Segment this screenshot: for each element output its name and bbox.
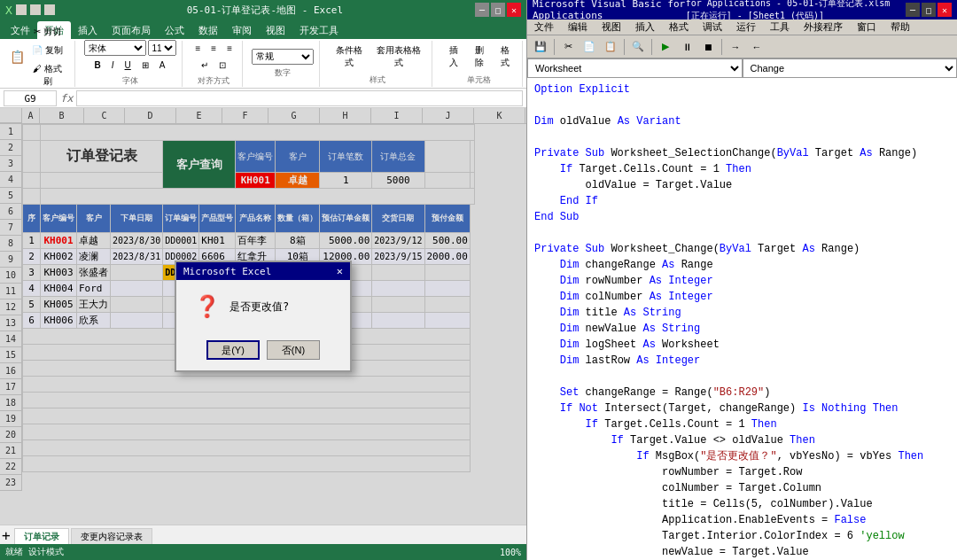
close-button[interactable]: ✕ xyxy=(507,3,521,17)
align-center-button[interactable]: ≡ xyxy=(206,41,221,56)
vba-menu-format[interactable]: 格式 xyxy=(665,20,692,34)
tab-formulas[interactable]: 公式 xyxy=(158,21,191,39)
code-line-24: If MsgBox("是否更改值？", vbYesNo) = vbYes The… xyxy=(534,448,950,464)
quick-access-save[interactable] xyxy=(16,4,27,15)
code-line-13: Dim rowNumber As Integer xyxy=(534,273,950,289)
zoom-level: 100% xyxy=(500,548,521,557)
quick-access-redo[interactable] xyxy=(44,4,55,15)
vba-indent-btn[interactable]: → xyxy=(726,38,745,56)
tab-page-layout[interactable]: 页面布局 xyxy=(105,21,158,39)
ribbon-tabs: 文件 开始 插入 页面布局 公式 数据 审阅 视图 开发工具 xyxy=(0,19,526,39)
font-size-select[interactable]: 11 xyxy=(148,40,176,56)
formula-input[interactable] xyxy=(76,90,523,106)
code-line-28: Application.EnableEvents = False xyxy=(534,512,950,528)
vba-menu-file[interactable]: 文件 xyxy=(531,20,557,34)
italic-button[interactable]: I xyxy=(107,58,119,73)
vba-find-btn[interactable]: 🔍 xyxy=(628,38,648,56)
alignment-label: 对齐方式 xyxy=(198,75,230,87)
code-line-7: oldValue = Target.Value xyxy=(534,177,950,193)
align-right-button[interactable]: ≡ xyxy=(222,41,237,56)
vba-proc-dropdown[interactable]: Change xyxy=(743,58,958,78)
dialog-no-button[interactable]: 否(N) xyxy=(267,340,320,360)
number-format-select[interactable]: 常规 xyxy=(252,49,314,65)
minimize-button[interactable]: ─ xyxy=(475,3,489,17)
vba-toolbar: 💾 ✂ 📄 📋 🔍 ▶ ⏸ ⏹ → ← xyxy=(527,35,957,58)
toolbar-sep-3 xyxy=(651,39,652,55)
dialog-title-text: Microsoft Excel xyxy=(183,266,271,277)
delete-cell-button[interactable]: 删除 xyxy=(467,42,491,72)
toolbar-sep-2 xyxy=(624,39,625,55)
code-line-22: If Target.Cells.Count = 1 Then xyxy=(534,416,950,432)
dialog-yes-button[interactable]: 是(Y) xyxy=(206,340,260,360)
dialog-message: 是否更改值? xyxy=(230,299,289,315)
format-cell-button[interactable]: 格式 xyxy=(493,42,517,72)
name-box[interactable]: G9 xyxy=(4,90,57,106)
dialog-content: ❓ 是否更改值? xyxy=(176,280,350,333)
underline-button[interactable]: U xyxy=(121,58,136,73)
wrap-text-button[interactable]: ↵ xyxy=(197,58,213,73)
code-line-26: colNumber = Target.Column xyxy=(534,480,950,496)
cut-button[interactable]: ✂ 剪切 xyxy=(27,23,69,41)
maximize-button[interactable]: □ xyxy=(491,3,505,17)
code-line-23: If Target.Value <> oldValue Then xyxy=(534,432,950,448)
excel-title-bar: X 05-01-订单登记表-地图 - Excel ─ □ ✕ xyxy=(0,0,526,19)
dialog-overlay: Microsoft Excel ✕ ❓ 是否更改值? 是(Y) 否(N) xyxy=(0,108,526,525)
msgbox-dialog: Microsoft Excel ✕ ❓ 是否更改值? 是(Y) 否(N) xyxy=(175,261,352,372)
insert-cell-button[interactable]: 插入 xyxy=(441,42,465,72)
font-select[interactable]: 宋体 xyxy=(84,40,146,56)
code-line-15: Dim title As String xyxy=(534,305,950,321)
tab-insert[interactable]: 插入 xyxy=(71,21,105,39)
copy-button[interactable]: 📄 复制 xyxy=(27,42,69,59)
vba-app-label: Microsoft Visual Basic for Applications xyxy=(533,0,686,21)
vba-object-dropdown[interactable]: Worksheet xyxy=(527,58,743,78)
tab-data[interactable]: 数据 xyxy=(191,21,225,39)
vba-close-button[interactable]: ✕ xyxy=(938,3,952,17)
vba-menu-addins[interactable]: 外接程序 xyxy=(800,20,846,34)
excel-app-icon: X xyxy=(5,4,12,17)
bold-button[interactable]: B xyxy=(90,58,105,73)
vba-menu-view[interactable]: 视图 xyxy=(598,20,625,34)
vba-paste-btn[interactable]: 📋 xyxy=(601,38,620,56)
vba-run-btn[interactable]: ▶ xyxy=(656,38,675,56)
paste-special-button[interactable]: 🖌 格式刷 xyxy=(27,60,69,90)
tab-view[interactable]: 视图 xyxy=(259,21,292,39)
vba-code-editor[interactable]: Option Explicit Dim oldValue As Variant … xyxy=(527,78,957,560)
vba-object-bar: Worksheet Change xyxy=(527,58,957,78)
vba-window-controls: ─ □ ✕ xyxy=(906,3,952,17)
vba-title-bar: Microsoft Visual Basic for Applications … xyxy=(527,0,957,19)
vba-menu-edit[interactable]: 编辑 xyxy=(564,20,591,34)
vba-cut-btn[interactable]: ✂ xyxy=(558,38,578,56)
vba-menu-help[interactable]: 帮助 xyxy=(887,20,914,34)
tab-review[interactable]: 审阅 xyxy=(225,21,259,39)
align-left-button[interactable]: ≡ xyxy=(191,41,206,56)
vba-minimize-button[interactable]: ─ xyxy=(906,3,920,17)
add-sheet-button[interactable]: + xyxy=(2,527,11,544)
code-line-1: Option Explicit xyxy=(534,82,950,97)
dialog-close-icon[interactable]: ✕ xyxy=(337,265,343,277)
fill-color-button[interactable]: A xyxy=(155,58,170,73)
sheet-tab-orders[interactable]: 订单记录 xyxy=(14,528,69,544)
vba-break-btn[interactable]: ⏸ xyxy=(677,38,696,56)
vba-maximize-button[interactable]: □ xyxy=(922,3,936,17)
merge-button[interactable]: ⊡ xyxy=(214,58,230,73)
table-format-button[interactable]: 套用表格格式 xyxy=(370,42,426,72)
vba-menu-debug[interactable]: 调试 xyxy=(699,20,726,34)
cond-format-button[interactable]: 条件格式 xyxy=(329,42,369,72)
code-line-27: title = Cells(5, colNumber).Value xyxy=(534,496,950,512)
excel-panel: X 05-01-订单登记表-地图 - Excel ─ □ ✕ 文件 开始 插入 … xyxy=(0,0,527,560)
vba-menu-tools[interactable]: 工具 xyxy=(766,20,793,34)
vba-save-btn[interactable]: 💾 xyxy=(531,38,550,56)
vba-menu-insert[interactable]: 插入 xyxy=(632,20,658,34)
vba-reset-btn[interactable]: ⏹ xyxy=(698,38,718,56)
vba-copy-btn[interactable]: 📄 xyxy=(580,38,599,56)
code-line-3: Dim oldValue As Variant xyxy=(534,113,950,129)
sheet-tab-changes[interactable]: 变更内容记录表 xyxy=(71,528,152,544)
vba-menu-window[interactable]: 窗口 xyxy=(853,20,880,34)
border-button[interactable]: ⊞ xyxy=(137,58,153,73)
tab-developer[interactable]: 开发工具 xyxy=(292,21,346,39)
vba-outdent-btn[interactable]: ← xyxy=(747,38,766,56)
quick-access-undo[interactable] xyxy=(30,4,41,15)
paste-icon[interactable]: 📋 xyxy=(9,48,25,66)
cells-label: 单元格 xyxy=(467,74,491,86)
vba-menu-run[interactable]: 运行 xyxy=(733,20,759,34)
